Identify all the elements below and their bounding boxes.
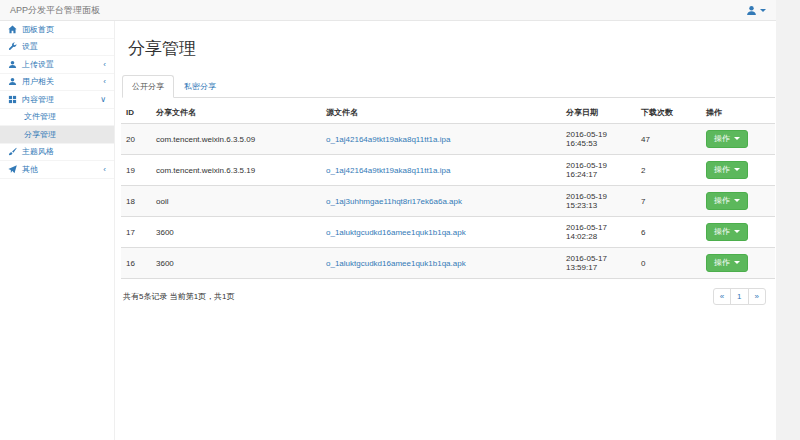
table-footer: 共有5条记录 当前第1页，共1页 « 1 » [123, 288, 766, 305]
cell-share-name: 3600 [151, 217, 321, 248]
action-button[interactable]: 操作 [706, 130, 748, 148]
cell-downloads: 7 [636, 186, 701, 217]
content-grid-icon [8, 95, 17, 104]
source-file-link[interactable]: o_1aj42164a9tkt19aka8q11tt1a.ipa [326, 166, 450, 175]
cell-date: 2016-05-19 16:24:17 [561, 155, 636, 186]
table-row: 20 com.tencent.weixin.6.3.5.09 o_1aj4216… [121, 124, 775, 155]
table-row: 17 3600 o_1aluktgcudkd16amee1quk1b1qa.ap… [121, 217, 775, 248]
page-title: 分享管理 [128, 37, 775, 60]
chevron-down-icon: ∨ [100, 95, 106, 104]
action-button[interactable]: 操作 [706, 192, 748, 210]
table-row: 16 3600 o_1aluktgcudkd16amee1quk1b1qa.ap… [121, 248, 775, 279]
tab-bar: 公开分享 私密分享 [122, 75, 775, 98]
sidebar-item-label: 用户相关 [22, 76, 54, 87]
sidebar-item-label: 分享管理 [24, 129, 56, 140]
user-icon [8, 77, 17, 86]
cell-share-name: 3600 [151, 248, 321, 279]
caret-down-icon [734, 137, 740, 140]
sidebar-item-label: 内容管理 [22, 94, 54, 105]
header-share-date: 分享日期 [561, 102, 636, 124]
cell-downloads: 0 [636, 248, 701, 279]
header-share-name: 分享文件名 [151, 102, 321, 124]
sidebar-item-user-related[interactable]: 用户相关 ‹ [0, 74, 114, 92]
header-id: ID [121, 102, 151, 124]
cell-downloads: 6 [636, 217, 701, 248]
top-navbar: APP分发平台管理面板 [0, 0, 776, 21]
chevron-left-icon: ‹ [103, 77, 106, 86]
action-button[interactable]: 操作 [706, 223, 748, 241]
table-row: 19 com.tencent.weixin.6.3.5.19 o_1aj4216… [121, 155, 775, 186]
cell-date: 2016-05-17 13:59:17 [561, 248, 636, 279]
pagination-next-button[interactable]: » [748, 288, 766, 305]
cell-share-name: com.tencent.weixin.6.3.5.09 [151, 124, 321, 155]
cell-id: 18 [121, 186, 151, 217]
sidebar-item-label: 面板首页 [22, 24, 54, 35]
source-file-link[interactable]: o_1aj3uhhmgae11hqt8ri17ek6a6a.apk [326, 197, 462, 206]
cell-date: 2016-05-19 16:45:53 [561, 124, 636, 155]
main-content: 分享管理 公开分享 私密分享 ID 分享文件名 源文件名 分享日期 下载次数 操… [115, 21, 776, 440]
sidebar-item-content-management[interactable]: 内容管理 ∨ [0, 91, 114, 109]
source-file-link[interactable]: o_1aluktgcudkd16amee1quk1b1qa.apk [326, 259, 466, 268]
theme-brush-icon [8, 147, 17, 156]
caret-down-icon [734, 230, 740, 233]
cell-date: 2016-05-19 15:23:13 [561, 186, 636, 217]
caret-down-icon [734, 261, 740, 264]
cell-id: 19 [121, 155, 151, 186]
wrench-icon [8, 42, 17, 51]
sidebar-item-label: 主题风格 [22, 146, 54, 157]
caret-down-icon [734, 199, 740, 202]
chevron-left-icon: ‹ [103, 165, 106, 174]
upload-user-icon [8, 60, 17, 69]
cell-share-name: ooil [151, 186, 321, 217]
cell-date: 2016-05-17 14:02:28 [561, 217, 636, 248]
send-icon [8, 165, 17, 174]
sidebar-item-label: 其他 [22, 164, 38, 175]
sidebar-item-settings[interactable]: 设置 [0, 39, 114, 57]
sidebar-item-share-management[interactable]: 分享管理 [0, 126, 114, 144]
pagination-prev-button[interactable]: « [713, 288, 731, 305]
source-file-link[interactable]: o_1aluktgcudkd16amee1quk1b1qa.apk [326, 228, 466, 237]
tab-public-share[interactable]: 公开分享 [122, 75, 174, 98]
records-summary: 共有5条记录 当前第1页，共1页 [123, 291, 235, 302]
sidebar-item-label: 设置 [22, 41, 38, 52]
tab-private-share[interactable]: 私密分享 [174, 75, 226, 98]
header-operation: 操作 [701, 102, 775, 124]
sidebar-item-theme-style[interactable]: 主题风格 [0, 144, 114, 162]
chevron-left-icon: ‹ [103, 60, 106, 69]
sidebar-item-label: 上传设置 [22, 59, 54, 70]
sidebar-item-upload-settings[interactable]: 上传设置 ‹ [0, 56, 114, 74]
header-source-name: 源文件名 [321, 102, 561, 124]
table-header-row: ID 分享文件名 源文件名 分享日期 下载次数 操作 [121, 102, 775, 124]
chevron-down-icon [760, 9, 766, 12]
cell-downloads: 2 [636, 155, 701, 186]
cell-id: 16 [121, 248, 151, 279]
action-button[interactable]: 操作 [706, 161, 748, 179]
cell-downloads: 47 [636, 124, 701, 155]
pagination: « 1 » [713, 288, 766, 305]
cell-id: 20 [121, 124, 151, 155]
home-icon [8, 25, 17, 34]
sidebar-item-other[interactable]: 其他 ‹ [0, 161, 114, 179]
sidebar: 面板首页 设置 上传设置 ‹ 用户相关 ‹ [0, 21, 115, 440]
pagination-page-1-button[interactable]: 1 [730, 288, 748, 305]
header-downloads: 下载次数 [636, 102, 701, 124]
caret-down-icon [734, 168, 740, 171]
action-button[interactable]: 操作 [706, 254, 748, 272]
cell-id: 17 [121, 217, 151, 248]
source-file-link[interactable]: o_1aj42164a9tkt19aka8q11tt1a.ipa [326, 135, 450, 144]
app-title: APP分发平台管理面板 [10, 4, 100, 17]
cell-share-name: com.tencent.weixin.6.3.5.19 [151, 155, 321, 186]
table-row: 18 ooil o_1aj3uhhmgae11hqt8ri17ek6a6a.ap… [121, 186, 775, 217]
sidebar-item-label: 文件管理 [24, 111, 56, 122]
user-icon [746, 5, 757, 16]
user-menu[interactable] [746, 5, 766, 16]
app-window: APP分发平台管理面板 面板首页 设置 [0, 0, 776, 440]
share-table: ID 分享文件名 源文件名 分享日期 下载次数 操作 20 com.tencen… [121, 102, 775, 279]
sidebar-item-dashboard[interactable]: 面板首页 [0, 21, 114, 39]
sidebar-item-file-management[interactable]: 文件管理 [0, 109, 114, 127]
